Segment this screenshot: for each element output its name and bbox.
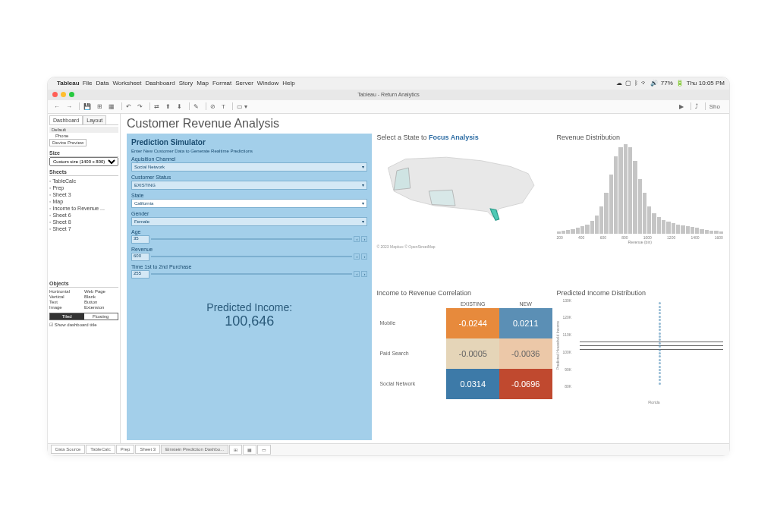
sheet-item[interactable]: Prep [49, 184, 118, 191]
volume-icon[interactable]: 🔊 [650, 80, 658, 87]
sheet-item[interactable]: Sheet 6 [49, 212, 118, 219]
heatmap-cell[interactable]: 0.0314 [446, 369, 499, 399]
app-name[interactable]: Tableau [57, 80, 80, 87]
menu-server[interactable]: Server [235, 80, 253, 87]
new-sheet-button[interactable]: ▦ [107, 102, 116, 111]
data-source-tab[interactable]: Data Source [51, 445, 85, 454]
status-select[interactable]: EXISTING▾ [131, 181, 367, 190]
group-button[interactable]: ⊘ [209, 102, 217, 111]
device-preview-button[interactable]: Device Preview [49, 139, 87, 146]
scatter-plot[interactable]: Predicted Household Income 130K 120K 110… [557, 298, 723, 405]
device-phone[interactable]: Phone [49, 134, 118, 138]
heatmap-cell[interactable]: -0.0696 [499, 369, 552, 399]
sheet-item[interactable]: Sheet 3 [49, 191, 118, 198]
time-slider[interactable]: 255‹› [131, 270, 367, 279]
sheet-tab-active[interactable]: Einstein Prediction Dashbo... [161, 445, 228, 454]
close-window-button[interactable] [52, 92, 58, 97]
dashboard-sidebar: Dashboard Layout Default Phone Device Pr… [48, 114, 121, 443]
predictor-subtitle: Enter New Customer Data to Generate Real… [131, 149, 367, 153]
new-worksheet-button[interactable]: ⊞ [229, 445, 242, 455]
tiled-button[interactable]: Tiled [50, 313, 84, 320]
channel-select[interactable]: Social Network▾ [131, 162, 367, 172]
sheet-item[interactable]: Map [49, 198, 118, 205]
heatmap-cell[interactable]: 0.0211 [499, 308, 552, 338]
bluetooth-icon[interactable]: ᛒ [634, 80, 638, 87]
obj-extension[interactable]: Extension [84, 305, 118, 310]
menu-file[interactable]: File [83, 80, 93, 87]
prev-icon: ‹ [354, 271, 360, 277]
obj-horizontal[interactable]: Horizontal [49, 289, 83, 294]
sort-asc-button[interactable]: ⬆ [164, 102, 172, 111]
obj-vertical[interactable]: Vertical [49, 294, 83, 299]
presentation-button[interactable]: ▶ [678, 102, 685, 111]
sheet-tab[interactable]: Prep [116, 445, 135, 454]
size-select[interactable]: Custom size (1400 x 800) [49, 157, 118, 166]
label-button[interactable]: T [220, 102, 227, 111]
menu-format[interactable]: Format [212, 80, 231, 87]
heatmap-cell[interactable]: -0.0244 [446, 308, 499, 338]
share-button[interactable]: ⤴ [694, 102, 700, 111]
gender-select[interactable]: Female▾ [131, 217, 367, 226]
revenue-slider[interactable]: 600‹› [131, 253, 367, 261]
redo-button[interactable]: ↷ [136, 102, 144, 111]
new-story-button[interactable]: ▭ [257, 445, 271, 455]
age-slider[interactable]: 35‹› [131, 235, 367, 244]
show-title-checkbox[interactable]: ☑ Show dashboard title [49, 322, 118, 327]
heatmap-cell[interactable]: -0.0005 [446, 338, 499, 369]
sheet-item[interactable]: TableCalc [49, 178, 118, 184]
predicted-result: Predicted Income: 100,646 [131, 301, 367, 329]
heatmap-cell[interactable]: -0.0036 [499, 338, 552, 369]
obj-button[interactable]: Button [84, 300, 118, 304]
prev-icon: ‹ [354, 236, 360, 242]
obj-text[interactable]: Text [49, 300, 83, 304]
undo-button[interactable]: ↶ [124, 102, 133, 111]
sort-desc-button[interactable]: ⬇ [175, 102, 184, 111]
new-datasource-button[interactable]: ⊞ [96, 102, 104, 111]
hist-title: Revenue Distribution [557, 134, 723, 141]
sheet-item[interactable]: Sheet 8 [49, 219, 118, 225]
fullscreen-window-button[interactable] [69, 92, 74, 97]
obj-blank[interactable]: Blank [84, 294, 118, 299]
floating-button[interactable]: Floating [84, 313, 118, 320]
sheet-item[interactable]: Sheet 7 [49, 225, 118, 232]
battery-icon[interactable]: 🔋 [676, 80, 684, 87]
menu-dashboard[interactable]: Dashboard [146, 80, 175, 87]
cloud-icon[interactable]: ☁ [616, 80, 622, 87]
sheet-item[interactable]: Income to Revenue ... [49, 205, 118, 212]
next-icon: › [361, 271, 367, 277]
obj-image[interactable]: Image [49, 305, 83, 310]
menu-help[interactable]: Help [282, 80, 294, 87]
wifi-icon[interactable]: ᯤ [641, 80, 647, 87]
correlation-heatmap[interactable]: EXISTINGNEW Mobile-0.02440.0211 Paid Sea… [376, 300, 552, 399]
status-label: Customer Status [131, 175, 367, 180]
fit-dropdown[interactable]: ▭ ▾ [235, 102, 249, 111]
battery-level[interactable]: 77% [661, 80, 673, 87]
clock[interactable]: Thu 10:05 PM [687, 80, 725, 87]
save-button[interactable]: 💾 [82, 102, 93, 111]
device-default[interactable]: Default [49, 127, 118, 133]
menu-window[interactable]: Window [257, 80, 278, 87]
menu-story[interactable]: Story [179, 80, 193, 87]
forward-button[interactable]: → [64, 102, 74, 111]
tiled-floating-toggle: Tiled Floating [49, 313, 118, 320]
menu-data[interactable]: Data [96, 80, 109, 87]
minimize-window-button[interactable] [61, 92, 66, 97]
tab-dashboard[interactable]: Dashboard [49, 115, 83, 124]
highlight-button[interactable]: ✎ [192, 102, 200, 111]
swap-button[interactable]: ⇄ [153, 102, 161, 111]
obj-webpage[interactable]: Web Page [84, 289, 118, 294]
display-icon[interactable]: ▢ [625, 80, 631, 87]
sheet-tab[interactable]: TableCalc [86, 445, 115, 454]
show-me-button[interactable]: Sho [708, 102, 722, 111]
focus-link[interactable]: Focus Analysis [429, 134, 479, 141]
us-map[interactable]: © 2023 Mapbox © OpenStreetMap [376, 143, 552, 249]
tab-layout[interactable]: Layout [83, 115, 106, 124]
menu-map[interactable]: Map [197, 80, 209, 87]
histogram[interactable]: 200 400 600 800 1000 1200 1400 1600 Reve… [557, 143, 723, 249]
prediction-simulator: Prediction Simulator Enter New Customer … [127, 134, 372, 440]
new-dashboard-button[interactable]: ▦ [243, 445, 256, 455]
state-select[interactable]: California▾ [131, 199, 367, 208]
back-button[interactable]: ← [52, 102, 61, 111]
sheet-tab[interactable]: Sheet 3 [135, 445, 160, 454]
menu-worksheet[interactable]: Worksheet [112, 80, 141, 87]
